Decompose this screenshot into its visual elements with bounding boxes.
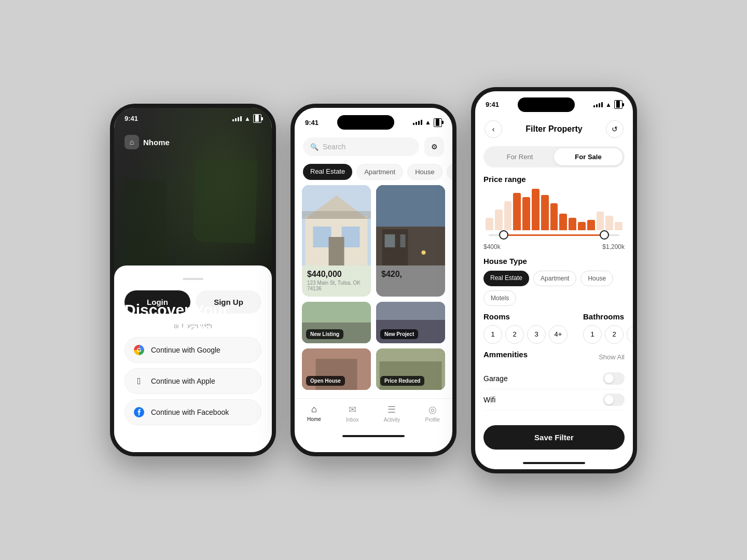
type-apartment[interactable]: Apartment: [533, 271, 576, 286]
nav-inbox[interactable]: ✉ Inbox: [346, 404, 358, 423]
type-real-estate[interactable]: Real Estate: [483, 271, 529, 286]
time-1: 9:41: [125, 115, 138, 122]
baths-buttons: 1 2 3 4+: [583, 325, 633, 344]
baths-1[interactable]: 1: [583, 325, 602, 344]
listing-image-2: [376, 185, 445, 265]
price-bar-11: [587, 220, 595, 230]
listing-card-2[interactable]: $420, 101 Willow...: [376, 185, 445, 297]
nav-profile-label: Profile: [425, 417, 440, 423]
amenity-garage: Garage: [483, 368, 625, 389]
activity-icon: ☰: [388, 404, 396, 415]
card-open-house[interactable]: Open House: [302, 348, 371, 390]
baths-3[interactable]: 3: [627, 325, 633, 344]
price-range-section: Price range $400k $1,200k: [475, 175, 633, 257]
nav-home[interactable]: ⌂ Home: [307, 404, 321, 423]
range-thumb-left[interactable]: [499, 230, 508, 240]
listing-addr-1: 123 Main St, Tulsa, OK 74136: [307, 280, 366, 291]
svg-rect-7: [302, 211, 371, 219]
filter-title: Filter Property: [525, 124, 582, 134]
amenities-title: Ammenities: [483, 350, 528, 359]
baths-title: Bathrooms: [583, 312, 633, 321]
type-house[interactable]: House: [580, 271, 613, 286]
svg-rect-11: [413, 229, 439, 265]
svg-rect-12: [385, 234, 395, 247]
listing-image-1: [302, 185, 371, 265]
price-bar-5: [532, 189, 540, 230]
price-bar-13: [605, 216, 613, 230]
house-type-row: Real Estate Apartment House Motels: [483, 271, 625, 306]
svg-rect-13: [400, 234, 406, 247]
dynamic-island-3: [518, 97, 575, 112]
nav-activity[interactable]: ☰ Activity: [384, 404, 400, 423]
rooms-baths-row: Rooms 1 2 3 4+ Bathrooms 1 2: [483, 312, 625, 344]
listing-info-1: $440,000 123 Main St, Tulsa, OK 74136: [302, 265, 371, 297]
home-icon: ⌂: [311, 404, 317, 415]
bottom-nav: ⌂ Home ✉ Inbox ☰ Activity ◎ Profile: [295, 398, 452, 431]
wifi-icon-2: ▲: [425, 119, 431, 126]
listing-price-1: $440,000: [307, 270, 366, 279]
nav-activity-label: Activity: [384, 417, 400, 423]
filter-icon-button[interactable]: ⚙: [424, 137, 444, 157]
signal-icon: [232, 116, 242, 121]
for-sale-button[interactable]: For Sale: [554, 148, 622, 165]
listing-card-1[interactable]: $440,000 123 Main St, Tulsa, OK 74136: [302, 185, 371, 297]
rooms-baths-section: Rooms 1 2 3 4+ Bathrooms 1 2: [475, 312, 633, 350]
badge-price-reduced: Price Reduced: [380, 376, 424, 386]
status-bar-1: 9:41 ▲ ▊: [114, 108, 272, 126]
rooms-4plus[interactable]: 4+: [549, 325, 568, 344]
search-placeholder: Search: [323, 143, 345, 151]
save-filter-button[interactable]: Save Filter: [483, 425, 625, 450]
svg-rect-6: [329, 237, 344, 265]
price-bar-9: [569, 218, 576, 230]
price-bar-12: [597, 212, 604, 230]
battery-icon-2: ▊: [434, 118, 442, 127]
price-bar-7: [550, 203, 558, 230]
rooms-3[interactable]: 3: [527, 325, 546, 344]
range-slider[interactable]: [483, 234, 625, 236]
home-indicator-2: [342, 435, 405, 437]
listing-price-2: $420,: [381, 270, 440, 279]
home-indicator-3: [523, 462, 585, 464]
refresh-button[interactable]: ↺: [606, 120, 624, 138]
cat-house[interactable]: House: [407, 164, 442, 180]
badge-new-project: New Project: [380, 329, 418, 339]
price-bar-1: [495, 209, 503, 230]
card-new-listing[interactable]: New Listing: [302, 302, 371, 343]
type-motels[interactable]: Motels: [483, 290, 516, 306]
wifi-toggle[interactable]: [603, 394, 625, 406]
listing-addr-2: 101 Willow...: [381, 280, 440, 286]
price-labels: $400k $1,200k: [483, 243, 625, 250]
show-all-button[interactable]: Show All: [599, 353, 625, 361]
inbox-icon: ✉: [349, 404, 356, 415]
time-3: 9:41: [486, 101, 499, 108]
range-thumb-right[interactable]: [600, 230, 609, 240]
search-box[interactable]: 🔍 Search: [303, 137, 419, 156]
range-track: [489, 234, 619, 236]
rooms-2[interactable]: 2: [505, 325, 524, 344]
battery-icon-3: ▊: [614, 100, 622, 109]
baths-2[interactable]: 2: [605, 325, 624, 344]
cat-apartment[interactable]: Apartment: [356, 164, 403, 180]
price-max-label: $1,200k: [602, 243, 625, 250]
rooms-title: Rooms: [483, 312, 568, 321]
rooms-1[interactable]: 1: [483, 325, 502, 344]
status-bar-2: 9:41 ▲ ▊: [295, 108, 452, 132]
badge-open-house: Open House: [306, 376, 345, 386]
cat-real-estate[interactable]: Real Estate: [303, 164, 352, 180]
card-new-project[interactable]: New Project: [376, 302, 445, 343]
baths-col: Bathrooms 1 2 3 4+: [583, 312, 633, 344]
for-rent-button[interactable]: For Rent: [486, 148, 554, 165]
cat-motels[interactable]: Motels: [447, 164, 452, 180]
back-button[interactable]: ‹: [485, 120, 502, 138]
nav-home-label: Home: [307, 416, 321, 422]
category-row: Real Estate Apartment House Motels: [295, 162, 452, 185]
card-price-reduced[interactable]: Price Reduced: [376, 348, 445, 390]
garage-toggle[interactable]: [603, 372, 625, 385]
wifi-icon-3: ▲: [605, 101, 612, 108]
price-range-title: Price range: [483, 175, 625, 184]
price-bar-3: [513, 193, 521, 230]
house-type-title: House Type: [483, 257, 625, 265]
svg-rect-4: [313, 227, 331, 247]
nav-profile[interactable]: ◎ Profile: [425, 404, 440, 423]
filter-header: ‹ Filter Property ↺: [475, 114, 633, 144]
